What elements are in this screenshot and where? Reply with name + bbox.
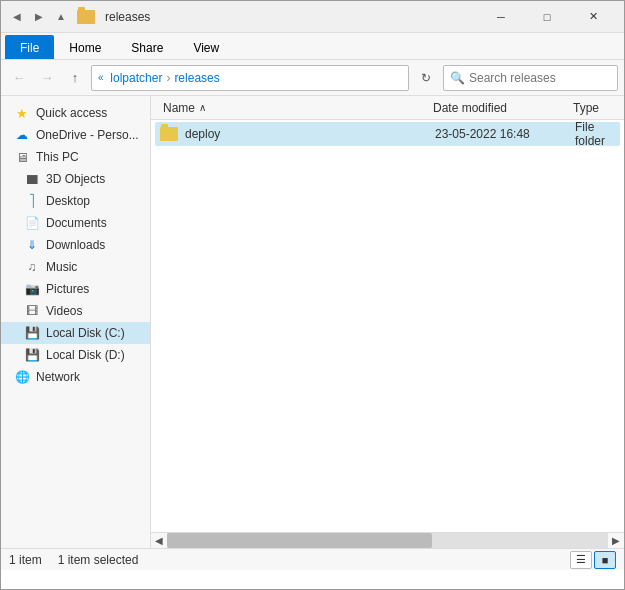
sidebar-item-3d-objects[interactable]: ⯀ 3D Objects bbox=[1, 168, 150, 190]
item-count: 1 item bbox=[9, 553, 42, 567]
breadcrumb-lolpatcher[interactable]: lolpatcher bbox=[110, 71, 162, 85]
maximize-button[interactable]: □ bbox=[524, 1, 570, 33]
music-icon: ♫ bbox=[23, 259, 41, 275]
desktop-icon: ⎤ bbox=[23, 193, 41, 209]
sidebar-item-pictures[interactable]: 📷 Pictures bbox=[1, 278, 150, 300]
back-button[interactable]: ← bbox=[7, 66, 31, 90]
sidebar-label-3d: 3D Objects bbox=[46, 172, 105, 186]
col-header-name[interactable]: Name ∧ bbox=[155, 96, 425, 119]
sidebar-item-downloads[interactable]: ⇓ Downloads bbox=[1, 234, 150, 256]
sidebar-item-videos[interactable]: 🎞 Videos bbox=[1, 300, 150, 322]
sidebar-label-onedrive: OneDrive - Perso... bbox=[36, 128, 139, 142]
3d-icon: ⯀ bbox=[23, 171, 41, 187]
sidebar-label-this-pc: This PC bbox=[36, 150, 79, 164]
minimize-button[interactable]: ─ bbox=[478, 1, 524, 33]
file-name: deploy bbox=[185, 127, 435, 141]
sidebar-item-local-disk-c[interactable]: 💾 Local Disk (C:) bbox=[1, 322, 150, 344]
h-scrollbar[interactable]: ◀ ▶ bbox=[151, 532, 624, 548]
cloud-icon: ☁ bbox=[13, 127, 31, 143]
sidebar-label-videos: Videos bbox=[46, 304, 82, 318]
ribbon-tabs: File Home Share View bbox=[1, 33, 624, 59]
main-layout: ★ Quick access ☁ OneDrive - Perso... 🖥 T… bbox=[1, 96, 624, 548]
star-icon: ★ bbox=[13, 105, 31, 121]
forward-button[interactable]: → bbox=[35, 66, 59, 90]
network-icon: 🌐 bbox=[13, 369, 31, 385]
sidebar-item-desktop[interactable]: ⎤ Desktop bbox=[1, 190, 150, 212]
sidebar-label-documents: Documents bbox=[46, 216, 107, 230]
status-left: 1 item 1 item selected bbox=[9, 553, 570, 567]
up-button[interactable]: ↑ bbox=[63, 66, 87, 90]
sidebar-item-onedrive[interactable]: ☁ OneDrive - Perso... bbox=[1, 124, 150, 146]
close-button[interactable]: ✕ bbox=[570, 1, 616, 33]
sidebar-item-local-disk-d[interactable]: 💾 Local Disk (D:) bbox=[1, 344, 150, 366]
pictures-icon: 📷 bbox=[23, 281, 41, 297]
pc-icon: 🖥 bbox=[13, 149, 31, 165]
title-bar: ◀ ▶ ▲ releases ─ □ ✕ bbox=[1, 1, 624, 33]
list-view-button[interactable]: ■ bbox=[594, 551, 616, 569]
file-date: 23-05-2022 16:48 bbox=[435, 127, 575, 141]
selected-count: 1 item selected bbox=[58, 553, 139, 567]
sidebar-item-quick-access[interactable]: ★ Quick access bbox=[1, 102, 150, 124]
back-icon: ◀ bbox=[9, 9, 25, 25]
breadcrumb-chevron: « bbox=[98, 72, 106, 83]
sidebar-item-this-pc[interactable]: 🖥 This PC bbox=[1, 146, 150, 168]
details-view-button[interactable]: ☰ bbox=[570, 551, 592, 569]
sidebar-item-network[interactable]: 🌐 Network bbox=[1, 366, 150, 388]
sort-arrow: ∧ bbox=[199, 102, 206, 113]
scroll-track[interactable] bbox=[167, 533, 608, 548]
scroll-left-button[interactable]: ◀ bbox=[151, 533, 167, 549]
sidebar-label-downloads: Downloads bbox=[46, 238, 105, 252]
tab-share[interactable]: Share bbox=[116, 35, 178, 59]
scroll-right-button[interactable]: ▶ bbox=[608, 533, 624, 549]
disk-c-icon: 💾 bbox=[23, 325, 41, 341]
column-headers: Name ∧ Date modified Type bbox=[151, 96, 624, 120]
breadcrumb-releases[interactable]: releases bbox=[174, 71, 219, 85]
forward-icon: ▶ bbox=[31, 9, 47, 25]
downloads-icon: ⇓ bbox=[23, 237, 41, 253]
search-icon: 🔍 bbox=[450, 71, 465, 85]
status-right: ☰ ■ bbox=[570, 551, 616, 569]
col-header-date[interactable]: Date modified bbox=[425, 96, 565, 119]
address-bar: ← → ↑ « lolpatcher › releases ↻ 🔍 bbox=[1, 60, 624, 96]
sidebar-label-local-d: Local Disk (D:) bbox=[46, 348, 125, 362]
file-type: File folder bbox=[575, 120, 616, 148]
docs-icon: 📄 bbox=[23, 215, 41, 231]
title-controls: ─ □ ✕ bbox=[478, 1, 616, 33]
sidebar: ★ Quick access ☁ OneDrive - Perso... 🖥 T… bbox=[1, 96, 151, 548]
scroll-thumb[interactable] bbox=[167, 533, 432, 548]
up-icon: ▲ bbox=[53, 9, 69, 25]
file-list: deploy 23-05-2022 16:48 File folder bbox=[151, 120, 624, 532]
tab-file[interactable]: File bbox=[5, 35, 54, 59]
search-box[interactable]: 🔍 bbox=[443, 65, 618, 91]
ribbon: File Home Share View bbox=[1, 33, 624, 60]
title-bar-icons: ◀ ▶ ▲ bbox=[9, 9, 69, 25]
sidebar-item-documents[interactable]: 📄 Documents bbox=[1, 212, 150, 234]
tab-view[interactable]: View bbox=[178, 35, 234, 59]
sidebar-label-desktop: Desktop bbox=[46, 194, 90, 208]
sidebar-label-music: Music bbox=[46, 260, 77, 274]
status-bar: 1 item 1 item selected ☰ ■ bbox=[1, 548, 624, 570]
title-text: releases bbox=[105, 10, 478, 24]
col-header-type[interactable]: Type bbox=[565, 96, 620, 119]
sidebar-label-pictures: Pictures bbox=[46, 282, 89, 296]
tab-home[interactable]: Home bbox=[54, 35, 116, 59]
breadcrumb-sep: › bbox=[166, 71, 170, 85]
table-row[interactable]: deploy 23-05-2022 16:48 File folder bbox=[155, 122, 620, 146]
sidebar-label-network: Network bbox=[36, 370, 80, 384]
refresh-button[interactable]: ↻ bbox=[413, 65, 439, 91]
sidebar-item-music[interactable]: ♫ Music bbox=[1, 256, 150, 278]
breadcrumb[interactable]: « lolpatcher › releases bbox=[91, 65, 409, 91]
disk-d-icon: 💾 bbox=[23, 347, 41, 363]
sidebar-label-quick-access: Quick access bbox=[36, 106, 107, 120]
videos-icon: 🎞 bbox=[23, 303, 41, 319]
search-input[interactable] bbox=[469, 71, 611, 85]
folder-icon-file bbox=[159, 125, 179, 143]
content-area: Name ∧ Date modified Type deploy 23-05-2… bbox=[151, 96, 624, 548]
sidebar-label-local-c: Local Disk (C:) bbox=[46, 326, 125, 340]
folder-icon bbox=[77, 10, 95, 24]
